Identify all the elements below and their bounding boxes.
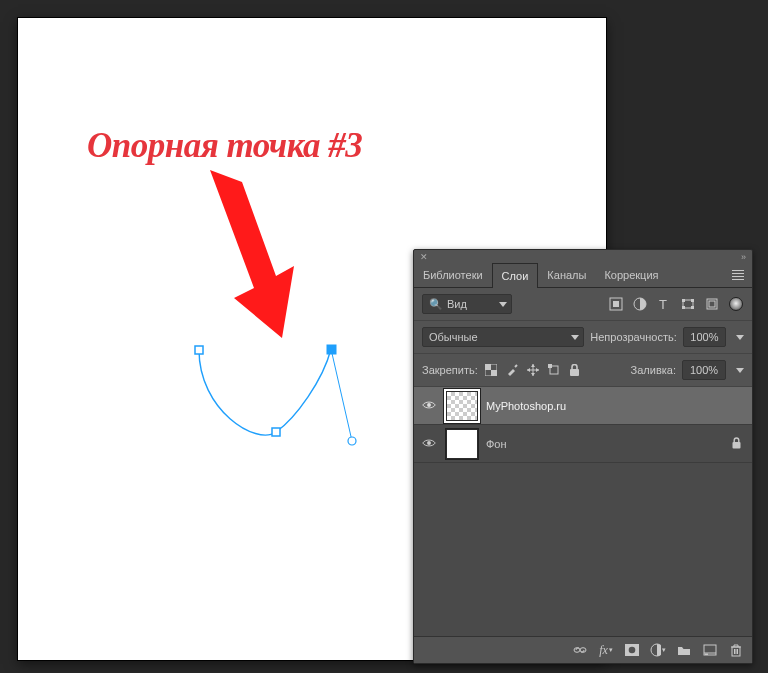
filter-smart-icon[interactable]: [704, 296, 720, 312]
svg-rect-9: [691, 306, 694, 309]
svg-point-19: [427, 403, 431, 407]
filter-adjustment-icon[interactable]: [632, 296, 648, 312]
lock-artboard-icon[interactable]: [547, 363, 561, 377]
svg-point-25: [629, 647, 636, 654]
filter-row: 🔍 Вид T: [414, 288, 752, 321]
filter-pixel-icon[interactable]: [608, 296, 624, 312]
layer-style-icon[interactable]: fx▾: [598, 642, 614, 658]
opacity-value[interactable]: 100%: [683, 327, 726, 347]
filter-type-icon[interactable]: T: [656, 296, 672, 312]
layer-name[interactable]: MyPhotoshop.ru: [486, 400, 744, 412]
lock-transparent-icon[interactable]: [484, 363, 498, 377]
layer-row[interactable]: MyPhotoshop.ru: [414, 387, 752, 425]
panel-menu-icon[interactable]: [724, 266, 752, 284]
panel-titlebar: ✕ »: [414, 250, 752, 258]
svg-rect-17: [548, 364, 552, 368]
caret-down-icon: [571, 335, 579, 340]
svg-line-15: [515, 365, 517, 367]
new-layer-icon[interactable]: [702, 642, 718, 658]
svg-rect-13: [485, 364, 491, 370]
delete-layer-icon[interactable]: [728, 642, 744, 658]
svg-rect-21: [732, 442, 740, 449]
layer-thumbnail[interactable]: [446, 429, 478, 459]
svg-marker-0: [210, 170, 294, 338]
tab-adjustments[interactable]: Коррекция: [595, 262, 667, 287]
search-icon: 🔍: [429, 298, 443, 311]
direction-line[interactable]: [331, 349, 352, 441]
svg-text:T: T: [659, 297, 667, 311]
visibility-toggle[interactable]: [420, 438, 438, 450]
layers-panel[interactable]: ✕ » Библиотеки Слои Каналы Коррекция 🔍 В…: [413, 249, 753, 664]
path-segment[interactable]: [199, 349, 331, 435]
lock-all-icon[interactable]: [568, 363, 582, 377]
caret-down-icon: [499, 302, 507, 307]
direction-point[interactable]: [348, 437, 356, 445]
panel-footer: fx▾ ▾: [414, 636, 752, 663]
blend-mode-select[interactable]: Обычные: [422, 327, 584, 347]
adjustment-layer-icon[interactable]: ▾: [650, 642, 666, 658]
svg-rect-14: [491, 370, 497, 376]
anchor-point-3[interactable]: [327, 345, 336, 354]
svg-rect-7: [691, 299, 694, 302]
caret-down-icon[interactable]: [736, 335, 744, 340]
lock-position-icon[interactable]: [526, 363, 540, 377]
pen-path[interactable]: [168, 318, 408, 478]
svg-rect-6: [682, 299, 685, 302]
tab-channels[interactable]: Каналы: [538, 262, 595, 287]
visibility-toggle[interactable]: [420, 400, 438, 412]
layer-row[interactable]: Фон: [414, 425, 752, 463]
anchor-point-2[interactable]: [272, 428, 280, 436]
panel-tabs: Библиотеки Слои Каналы Коррекция: [414, 262, 752, 288]
svg-rect-11: [709, 301, 715, 307]
close-icon[interactable]: ✕: [420, 252, 428, 262]
svg-rect-18: [570, 369, 579, 376]
fill-label: Заливка:: [631, 364, 676, 376]
lock-paint-icon[interactable]: [505, 363, 519, 377]
svg-rect-8: [682, 306, 685, 309]
opacity-label: Непрозрачность:: [590, 331, 676, 343]
new-group-icon[interactable]: [676, 642, 692, 658]
layers-list: MyPhotoshop.ru Фон: [414, 387, 752, 636]
layer-thumbnail[interactable]: [446, 391, 478, 421]
filter-kind-select[interactable]: 🔍 Вид: [422, 294, 512, 314]
add-mask-icon[interactable]: [624, 642, 640, 658]
filter-toggle[interactable]: [728, 296, 744, 312]
svg-rect-2: [613, 301, 619, 307]
svg-rect-28: [705, 654, 708, 656]
tab-layers[interactable]: Слои: [492, 263, 539, 288]
svg-point-20: [427, 441, 431, 445]
blend-mode-value: Обычные: [429, 331, 478, 343]
collapse-icon[interactable]: »: [741, 252, 746, 262]
layer-name[interactable]: Фон: [486, 438, 720, 450]
annotation-label: Опорная точка #3: [87, 126, 362, 166]
filter-shape-icon[interactable]: [680, 296, 696, 312]
lock-label: Закрепить:: [422, 364, 478, 376]
fill-value[interactable]: 100%: [682, 360, 726, 380]
anchor-point-1[interactable]: [195, 346, 203, 354]
lock-row: Закрепить: Заливка: 100%: [414, 354, 752, 387]
caret-down-icon[interactable]: [736, 368, 744, 373]
filter-kind-value: Вид: [447, 298, 467, 310]
tab-libraries[interactable]: Библиотеки: [414, 262, 492, 287]
blend-row: Обычные Непрозрачность: 100%: [414, 321, 752, 354]
lock-icon[interactable]: [728, 437, 744, 451]
link-layers-icon[interactable]: [572, 642, 588, 658]
